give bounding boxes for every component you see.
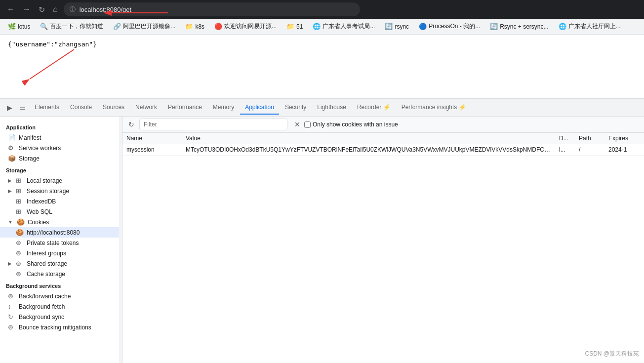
tab-security[interactable]: Security: [280, 101, 311, 115]
cookies-icon: 🍪: [17, 218, 25, 226]
bookmark-wangyi[interactable]: 🔴 欢迎访问网易开源...: [210, 21, 281, 32]
devtools-panel: ▶ ▭ Elements Console Sources Network Per…: [0, 99, 644, 363]
interest-groups-label: Interest groups: [27, 250, 66, 257]
bookmark-guangdong[interactable]: 🌐 广东省人事考试局...: [309, 21, 379, 32]
col-header-path[interactable]: Path: [575, 133, 604, 144]
col-header-name[interactable]: Name: [122, 133, 182, 144]
sidebar-item-interest-groups[interactable]: ▶ ⊜ Interest groups: [0, 248, 122, 258]
bookmark-lotus[interactable]: 🌿 lotus: [4, 22, 34, 31]
home-button[interactable]: ⌂: [51, 3, 60, 16]
shared-storage-label: Shared storage: [27, 260, 67, 267]
sidebar-item-service-workers[interactable]: ⚙ Service workers: [0, 143, 122, 153]
forward-button[interactable]: →: [21, 3, 33, 16]
address-bar[interactable]: ⓘ localhost:8080/get: [64, 2, 360, 16]
tab-lighthouse[interactable]: Lighthouse: [312, 101, 351, 115]
sidebar-item-manifest[interactable]: 📄 Manifest: [0, 132, 122, 143]
sidebar-section-application: Application: [0, 121, 122, 132]
bookmark-processon[interactable]: 🔵 ProcessOn - 我的...: [415, 21, 484, 32]
private-state-label: Private state tokens: [27, 240, 79, 246]
sidebar-item-cache-storage[interactable]: ▶ ⊜ Cache storage: [0, 269, 122, 279]
only-issues-label[interactable]: Only show cookies with an issue: [304, 121, 398, 128]
sidebar-item-bounce-tracking[interactable]: ⊜ Bounce tracking mitigations: [0, 322, 122, 332]
bookmarks-bar: 🌿 lotus 🔍 百度一下，你就知道 🔗 阿里巴巴开源镜像... 📁 k8s …: [0, 19, 644, 35]
devtools-body: Application 📄 Manifest ⚙ Service workers…: [0, 117, 644, 363]
bounce-tracking-icon: ⊜: [8, 323, 16, 331]
sidebar-item-indexeddb[interactable]: ▶ ⊞ IndexedDB: [0, 196, 122, 206]
col-header-expires[interactable]: Expires: [604, 133, 644, 144]
background-sync-icon: ↻: [8, 313, 16, 321]
devtools-inspect-icon[interactable]: ▶: [4, 102, 15, 114]
devtools-device-icon[interactable]: ▭: [16, 102, 29, 114]
cache-storage-icon: ⊜: [16, 270, 24, 278]
bookmark-rsync[interactable]: 🔄 rsync: [381, 22, 413, 31]
interest-groups-icon: ⊜: [16, 249, 24, 257]
cookie-d-cell: l...: [555, 144, 575, 156]
col-header-d[interactable]: D...: [555, 133, 575, 144]
col-header-value[interactable]: Value: [182, 133, 555, 144]
sidebar-item-background-fetch[interactable]: ↕ Background fetch: [0, 301, 122, 312]
sidebar-item-web-sql[interactable]: ▶ ⊞ Web SQL: [0, 206, 122, 217]
table-row[interactable]: mysession MTcyOTU3ODI0OHxOd3dBTkU5Q1YwYz…: [122, 144, 644, 156]
sidebar-item-session-storage[interactable]: ▶ ⊞ Session storage: [0, 186, 122, 196]
service-workers-icon: ⚙: [8, 144, 16, 152]
sidebar-item-cookies-localhost[interactable]: 🍪 http://localhost:8080: [0, 227, 122, 238]
back-button[interactable]: ←: [5, 3, 17, 16]
tab-performance[interactable]: Performance: [163, 101, 207, 115]
web-sql-label: Web SQL: [27, 208, 52, 215]
bookmark-rsync2[interactable]: 🔄 Rsync + sersync...: [486, 22, 552, 31]
cookie-table-body: mysession MTcyOTU3ODI0OHxOd3dBTkU5Q1YwYz…: [122, 144, 644, 156]
refresh-cookies-button[interactable]: ↻: [126, 120, 136, 129]
sidebar-item-shared-storage[interactable]: ▶ ⊜ Shared storage: [0, 258, 122, 269]
cookie-toolbar: ↻ ✕ Only show cookies with an issue: [122, 117, 644, 133]
tab-elements[interactable]: Elements: [30, 101, 64, 115]
tab-console[interactable]: Console: [65, 101, 97, 115]
cache-storage-label: Cache storage: [27, 271, 65, 278]
url-text: localhost:8080/get: [80, 6, 132, 13]
cookie-filter-input[interactable]: [139, 119, 287, 130]
sidebar-item-private-state-tokens[interactable]: ▶ ⊜ Private state tokens: [0, 238, 122, 248]
background-fetch-icon: ↕: [8, 303, 16, 310]
browser-chrome: ← → ↻ ⌂ ⓘ localhost:8080/get: [0, 0, 644, 19]
refresh-button[interactable]: ↻: [37, 3, 47, 16]
local-storage-icon: ⊞: [16, 177, 24, 184]
background-sync-label: Background sync: [19, 314, 64, 321]
sidebar-section-storage: Storage: [0, 163, 122, 175]
tab-sources[interactable]: Sources: [98, 101, 129, 115]
cookie-table-header: Name Value D... Path Expires: [122, 133, 644, 144]
cookies-localhost-label: http://localhost:8080: [27, 229, 80, 236]
clear-filter-button[interactable]: ✕: [292, 120, 302, 129]
manifest-label: Manifest: [19, 134, 41, 141]
storage-label: Storage: [19, 155, 40, 162]
sidebar-item-back-forward-cache[interactable]: ⊜ Back/forward cache: [0, 291, 122, 301]
sidebar-item-local-storage[interactable]: ▶ ⊞ Local storage: [0, 175, 122, 186]
bookmark-aliyun[interactable]: 🔗 阿里巴巴开源镜像...: [109, 21, 179, 32]
tab-recorder[interactable]: Recorder ⚡: [352, 101, 396, 115]
sidebar-item-cookies[interactable]: ▼ 🍪 Cookies: [0, 217, 122, 227]
cookie-toolbar-actions: ✕ Only show cookies with an issue: [292, 120, 398, 129]
bounce-tracking-label: Bounce tracking mitigations: [19, 324, 91, 331]
bookmark-baidu[interactable]: 🔍 百度一下，你就知道: [36, 21, 107, 32]
lock-icon: ⓘ: [70, 5, 76, 14]
bookmark-guangdong2[interactable]: 🌐 广东省人社厅网上...: [555, 21, 625, 32]
session-storage-label: Session storage: [27, 188, 69, 195]
sidebar-item-background-sync[interactable]: ↻ Background sync: [0, 312, 122, 322]
tab-performance-insights[interactable]: Performance insights ⚡: [397, 101, 471, 115]
cookie-main-panel: ↻ ✕ Only show cookies with an issue Name: [122, 117, 644, 363]
expand-local-storage-icon: ▶: [8, 178, 12, 183]
cookie-table-container: Name Value D... Path Expires mysession M…: [122, 133, 644, 363]
only-issues-checkbox[interactable]: [304, 121, 311, 128]
back-forward-cache-label: Back/forward cache: [19, 293, 71, 300]
bookmark-k8s[interactable]: 📁 k8s: [181, 22, 208, 31]
cookie-table: Name Value D... Path Expires mysession M…: [122, 133, 644, 156]
indexeddb-icon: ⊞: [16, 198, 24, 205]
sidebar-scrollbar[interactable]: [119, 117, 122, 363]
expand-session-storage-icon: ▶: [8, 188, 12, 194]
shared-storage-icon: ⊜: [16, 260, 24, 267]
sidebar-item-storage[interactable]: 📦 Storage: [0, 153, 122, 163]
tab-network[interactable]: Network: [130, 101, 162, 115]
tab-application[interactable]: Application: [240, 101, 279, 115]
storage-icon: 📦: [8, 155, 16, 162]
expand-shared-icon: ▶: [8, 261, 12, 266]
tab-memory[interactable]: Memory: [208, 101, 239, 115]
bookmark-51[interactable]: 📁 51: [282, 22, 307, 31]
